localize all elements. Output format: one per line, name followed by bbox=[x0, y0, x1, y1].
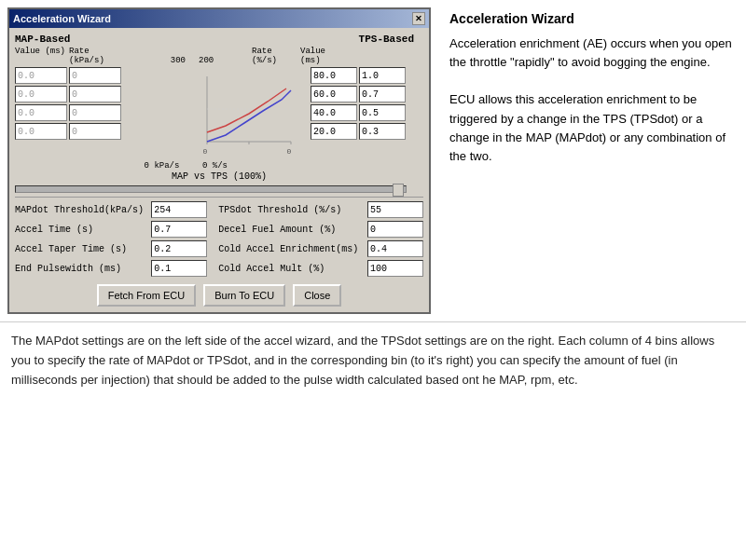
end-pulsewidth-label: End Pulsewidth (ms) bbox=[15, 264, 147, 274]
map-row-1 bbox=[15, 86, 187, 102]
cold-accel-enrich-input[interactable] bbox=[367, 240, 423, 257]
tps-header: TPS-Based bbox=[359, 34, 414, 45]
tps-value-2[interactable] bbox=[359, 104, 406, 121]
tps-row-2 bbox=[311, 104, 406, 121]
window-content: MAP-Based TPS-Based Value (ms) Rate (kPa… bbox=[9, 28, 429, 312]
map-axis-label: 0 kPa/s bbox=[136, 161, 187, 171]
map-row-0 bbox=[15, 67, 187, 84]
accel-taper-input[interactable] bbox=[151, 240, 207, 257]
decel-fuel-label: Decel Fuel Amount (%) bbox=[218, 225, 364, 235]
acceleration-wizard-window: Acceleration Wizard ✕ MAP-Based TPS-Base… bbox=[7, 7, 431, 314]
param-row-tapetime: Accel Taper Time (s) Cold Accel Enrichme… bbox=[15, 240, 423, 257]
chart-svg: 0 0 bbox=[198, 72, 300, 156]
tps-row-1 bbox=[311, 86, 406, 102]
svg-text:0: 0 bbox=[203, 147, 208, 156]
tps-value-col-label: Value (ms) bbox=[300, 47, 347, 65]
chart-axis-labels: 0 kPa/s 0 %/s bbox=[15, 161, 423, 171]
tps-rate-2[interactable] bbox=[311, 104, 357, 121]
main-container: Acceleration Wizard ✕ MAP-Based TPS-Base… bbox=[0, 0, 746, 321]
window-titlebar: Acceleration Wizard ✕ bbox=[9, 9, 429, 28]
tps-value-1[interactable] bbox=[359, 86, 406, 102]
map-rate-1[interactable] bbox=[69, 86, 121, 102]
cold-accel-mult-input[interactable] bbox=[367, 260, 423, 277]
data-area: 0 0 bbox=[15, 67, 423, 160]
accel-time-input[interactable] bbox=[151, 221, 207, 238]
bottom-text-area: The MAPdot settings are on the left side… bbox=[0, 321, 746, 399]
map-header: MAP-Based bbox=[15, 34, 70, 45]
wizard-panel: Acceleration Wizard ✕ MAP-Based TPS-Base… bbox=[0, 0, 438, 321]
param-row-acceltime: Accel Time (s) Decel Fuel Amount (%) bbox=[15, 221, 423, 238]
param-row-mapdot: MAPdot Threshold(kPa/s) TPSdot Threshold… bbox=[15, 201, 423, 218]
help-body: Acceleration enrichment (AE) occurs when… bbox=[449, 34, 735, 166]
tps-rate-1[interactable] bbox=[311, 86, 357, 102]
tps-rate-3[interactable] bbox=[311, 123, 357, 140]
cold-accel-mult-label: Cold Accel Mult (%) bbox=[218, 264, 364, 274]
help-title: Acceleration Wizard bbox=[449, 9, 735, 29]
tps-axis-label: 0 %/s bbox=[189, 161, 241, 171]
map-value-1[interactable] bbox=[15, 86, 67, 102]
map-value-3[interactable] bbox=[15, 123, 67, 140]
tps-row-0 bbox=[311, 67, 406, 84]
tpsdot-threshold-label: TPSdot Threshold (%/s) bbox=[218, 205, 364, 215]
chart-y-200: 200 bbox=[199, 56, 214, 65]
burn-to-ecu-button[interactable]: Burn To ECU bbox=[203, 284, 285, 307]
map-rate-2[interactable] bbox=[69, 104, 121, 121]
map-inputs bbox=[15, 67, 187, 140]
cold-accel-enrich-label: Cold Accel Enrichment(ms) bbox=[218, 244, 364, 254]
fetch-from-ecu-button[interactable]: Fetch From ECU bbox=[97, 284, 197, 307]
window-close-button[interactable]: ✕ bbox=[412, 12, 425, 25]
param-row-endpulse: End Pulsewidth (ms) Cold Accel Mult (%) bbox=[15, 260, 423, 277]
map-rate-3[interactable] bbox=[69, 123, 121, 140]
help-panel: Acceleration Wizard Acceleration enrichm… bbox=[438, 0, 746, 321]
tps-rate-col-label: Rate (%/s) bbox=[252, 47, 298, 65]
mapdot-threshold-label: MAPdot Threshold(kPa/s) bbox=[15, 205, 147, 215]
mapdot-threshold-input[interactable] bbox=[151, 201, 207, 218]
bottom-text-content: The MAPdot settings are on the left side… bbox=[11, 334, 714, 387]
accel-time-label: Accel Time (s) bbox=[15, 225, 147, 235]
map-value-0[interactable] bbox=[15, 67, 67, 84]
map-rate-col-label: Rate (kPa/s) bbox=[69, 47, 121, 65]
close-button[interactable]: Close bbox=[293, 284, 341, 307]
map-rate-0[interactable] bbox=[69, 67, 121, 84]
help-para2: ECU allows this acceleration enrichment … bbox=[449, 92, 725, 162]
end-pulsewidth-input[interactable] bbox=[151, 260, 207, 277]
chart-y-300: 300 bbox=[171, 56, 186, 65]
tps-inputs bbox=[311, 67, 406, 140]
tps-row-3 bbox=[311, 123, 406, 140]
chart-area: 0 0 bbox=[193, 67, 305, 160]
tps-value-3[interactable] bbox=[359, 123, 406, 140]
help-para1: Acceleration enrichment (AE) occurs when… bbox=[449, 36, 732, 69]
tps-value-0[interactable] bbox=[359, 67, 406, 84]
chart-title: MAP vs TPS (100%) bbox=[15, 171, 423, 182]
slider-row bbox=[15, 185, 423, 193]
slider-thumb[interactable] bbox=[393, 184, 404, 197]
tps-rate-0[interactable] bbox=[311, 67, 357, 84]
button-row: Fetch From ECU Burn To ECU Close bbox=[15, 284, 423, 307]
map-row-3 bbox=[15, 123, 187, 140]
svg-text:0: 0 bbox=[287, 147, 292, 156]
decel-fuel-input[interactable] bbox=[367, 221, 423, 238]
map-value-2[interactable] bbox=[15, 104, 67, 121]
tpsdot-threshold-input[interactable] bbox=[367, 201, 423, 218]
window-title: Acceleration Wizard bbox=[13, 13, 111, 24]
accel-taper-label: Accel Taper Time (s) bbox=[15, 244, 147, 254]
map-value-col-label: Value (ms) bbox=[15, 47, 67, 65]
section-headers: MAP-Based TPS-Based bbox=[15, 34, 423, 45]
params-section: MAPdot Threshold(kPa/s) TPSdot Threshold… bbox=[15, 197, 423, 277]
map-row-2 bbox=[15, 104, 187, 121]
slider-track[interactable] bbox=[15, 185, 407, 193]
